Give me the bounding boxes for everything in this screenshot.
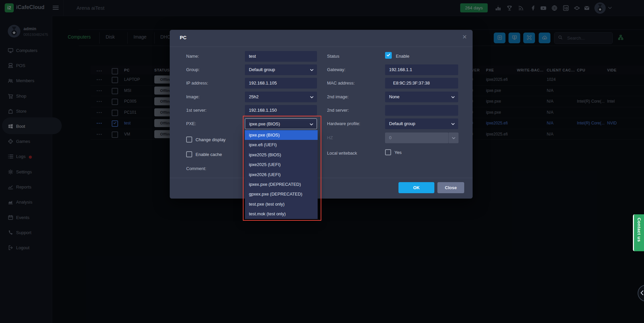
group-value: Default group xyxy=(249,67,275,72)
change-display-checkbox[interactable] xyxy=(186,137,192,143)
group-select[interactable]: Default group xyxy=(245,64,317,75)
writeback-yes-label: Yes xyxy=(394,150,401,155)
server2-label: 2nd server: xyxy=(327,108,349,113)
writeback-yes-checkbox[interactable] xyxy=(385,149,391,155)
gateway-input[interactable]: 192.168.1.1 xyxy=(385,64,458,75)
mac-label: MAC address: xyxy=(327,80,355,86)
status-enable-label: Enable xyxy=(396,54,409,59)
hw-profile-label: Hardware profile: xyxy=(327,121,360,126)
name-label: Name: xyxy=(186,54,199,59)
close-button[interactable]: Close xyxy=(437,182,464,193)
image-value: 25h2 xyxy=(249,94,259,99)
contact-us-tab[interactable]: Contact us xyxy=(633,214,644,251)
ip-label: IP address: xyxy=(186,80,208,86)
pxe-select[interactable]: ipxe.pxe (BIOS) xyxy=(245,118,317,129)
enable-cache-checkbox[interactable] xyxy=(186,151,192,157)
image-label: Image: xyxy=(186,94,200,99)
hz-label: HZ xyxy=(327,135,333,140)
ok-button[interactable]: OK xyxy=(398,182,434,193)
local-writeback-label: Local writeback xyxy=(327,151,357,156)
chevron-down-icon xyxy=(310,96,314,98)
close-icon[interactable]: ✕ xyxy=(462,34,467,41)
group-label: Group: xyxy=(186,67,200,72)
pc-edit-dialog: PC ✕ Name: test Group: Default group IP … xyxy=(170,30,473,199)
mac-input[interactable]: E8:9C:25:3F:37:38 xyxy=(385,78,458,89)
change-display-label: Change display xyxy=(196,137,226,142)
chevron-down-icon xyxy=(451,123,455,125)
dialog-divider xyxy=(170,47,473,47)
pxe-option[interactable]: test.mok (test only) xyxy=(245,209,318,219)
hz-select-chevron-disabled xyxy=(448,132,459,143)
pxe-label: PXE: xyxy=(186,121,196,126)
name-input[interactable]: test xyxy=(245,51,317,62)
pxe-option[interactable]: gpxex.pxe (DEPRECATED) xyxy=(245,189,318,199)
pxe-option[interactable]: test.pxe (test only) xyxy=(245,199,318,209)
comment-label: Comment: xyxy=(186,166,206,171)
pxe-option-selected[interactable]: ipxe.pxe (BIOS) xyxy=(245,130,318,140)
chevron-down-icon xyxy=(310,123,313,125)
server1-input[interactable]: 192.168.1.150 xyxy=(245,105,317,116)
server2-input[interactable] xyxy=(385,105,458,116)
chevron-down-icon xyxy=(451,96,455,98)
pxe-option[interactable]: ipxex.pxe (DEPRECATED) xyxy=(245,179,318,189)
hw-profile-value: Default group xyxy=(389,121,415,126)
status-enable-checkbox[interactable] xyxy=(385,52,392,59)
image2-label: 2nd image: xyxy=(327,94,348,99)
server1-label: 1st server: xyxy=(186,108,207,113)
pxe-option[interactable]: ipxe2026 (UEFI) xyxy=(245,170,318,179)
pxe-option[interactable]: ipxe.efi (UEFI) xyxy=(245,140,318,150)
chevron-down-icon xyxy=(310,69,314,71)
pxe-dropdown-list: ipxe.pxe (BIOS) ipxe.efi (UEFI) ipxe2025… xyxy=(245,130,318,219)
enable-cache-label: Enable cache xyxy=(196,152,222,157)
gateway-label: Gateway: xyxy=(327,67,345,72)
pxe-option[interactable]: ipxe2025 (BIOS) xyxy=(245,150,318,160)
contact-us-label: Contact us xyxy=(637,218,642,242)
pxe-option[interactable]: ipxe2025 (UEFI) xyxy=(245,160,318,169)
ip-input[interactable]: 192.168.1.105 xyxy=(245,78,317,89)
image-select[interactable]: 25h2 xyxy=(245,92,317,102)
hz-input-disabled: 0 xyxy=(385,132,448,143)
dialog-title: PC xyxy=(180,35,186,40)
image2-value: None xyxy=(389,94,399,99)
image2-select[interactable]: None xyxy=(385,92,458,102)
footer-divider xyxy=(170,178,473,178)
pxe-value: ipxe.pxe (BIOS) xyxy=(249,121,280,126)
hw-profile-select[interactable]: Default group xyxy=(385,118,458,129)
status-label: Status xyxy=(327,54,339,59)
